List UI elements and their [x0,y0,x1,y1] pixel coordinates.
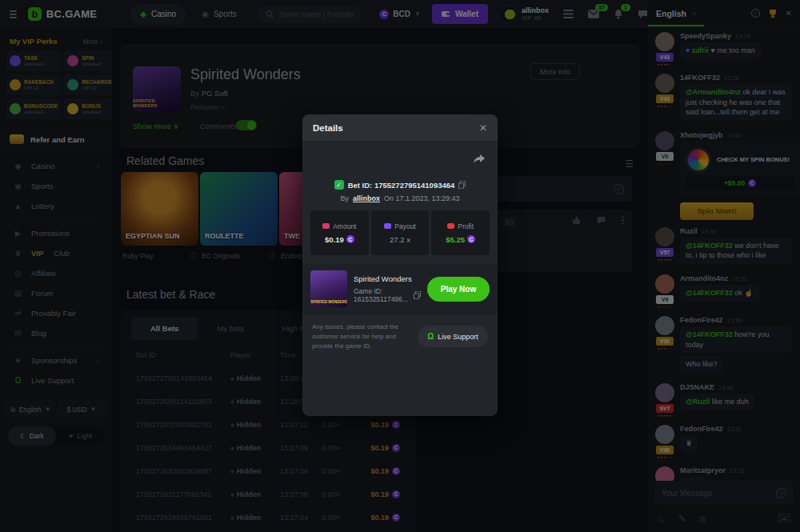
stat-payout: Payout 27.2 x [371,210,430,255]
modal-username-link[interactable]: allinbox [353,194,380,202]
copy-icon[interactable] [458,181,466,189]
modal-game-row: SPIRITED WONDERS Spirited Wonders Game I… [302,263,498,314]
modal-bet-datetime: On 17.1.2023, 13:29:43 [384,194,460,202]
modal-game-name: Spirited Wonders [354,274,421,283]
stat-profit: Profit $5.25C [431,210,490,255]
modal-title: Details [313,123,479,133]
stat-amount: Amount $0.19C [310,210,369,255]
headphones-icon: Ω [427,332,434,341]
play-now-button[interactable]: Play Now [427,277,490,302]
amount-icon [322,223,330,229]
modal-bet-id: 1755272795141093464 [374,181,454,190]
game-thumbnail: SPIRITED WONDERS [310,270,347,307]
modal-game-id: Game ID: 1615325117496... [354,287,410,303]
support-note: Any issues, please contact the customer … [312,322,411,351]
close-icon[interactable]: ✕ [479,122,487,134]
verified-shield-icon: ✓ [334,180,344,190]
profit-icon [447,223,454,229]
modal-stats: Amount $0.19C Payout 27.2 x Profit $5.25… [310,210,490,255]
payout-icon [384,223,391,229]
bc-game-app: b BC.GAME ◆ Casino ◉ Sports C BCD ▼ Wall… [0,0,800,532]
modal-header: Details ✕ [302,114,498,141]
copy-icon[interactable] [414,291,421,299]
share-icon[interactable] [474,153,485,167]
coin-icon: C [467,235,475,243]
coin-icon: C [346,235,354,243]
live-support-button[interactable]: Ω Live Support [418,326,488,347]
bet-details-modal: Details ✕ ✓ Bet ID: 1755272795141093464 … [302,114,498,416]
